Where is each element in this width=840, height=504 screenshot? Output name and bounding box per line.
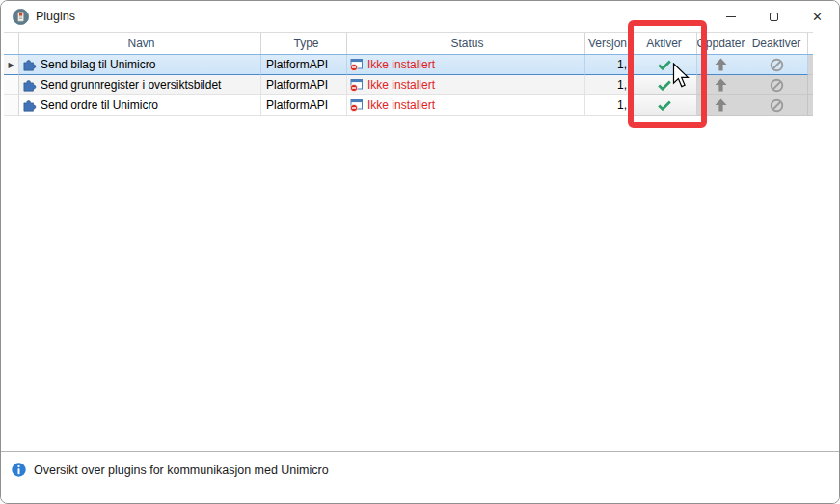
plugin-name: Send bilag til Unimicro [41, 58, 155, 71]
table-row[interactable]: Send ordre til Unimicro PlatformAPI Ikke… [4, 95, 813, 116]
circle-slash-icon [770, 58, 784, 72]
row-selector-cell[interactable]: ▶ [4, 55, 19, 75]
cell-type[interactable]: PlatformAPI [261, 95, 347, 116]
not-installed-icon [350, 78, 364, 92]
deaktiver-button-disabled[interactable] [745, 75, 808, 95]
plugin-name: Send grunnregister i oversiktsbildet [41, 78, 221, 92]
aktiver-button[interactable] [632, 75, 697, 95]
cell-type[interactable]: PlatformAPI [261, 75, 347, 95]
plugins-dialog: Plugins ✕ Navn Type Status Versjon Aktiv… [0, 0, 840, 504]
cell-navn[interactable]: Send bilag til Unimicro [19, 55, 261, 75]
plugin-name: Send ordre til Unimicro [41, 98, 158, 112]
cell-status[interactable]: Ikke installert [347, 75, 585, 95]
status-text: Ikke installert [367, 78, 435, 92]
table-row[interactable]: Send grunnregister i oversiktsbildet Pla… [4, 75, 813, 95]
cell-status[interactable]: Ikke installert [347, 95, 585, 116]
check-icon [658, 60, 671, 70]
aktiver-button[interactable] [632, 95, 697, 116]
oppdater-button-disabled[interactable] [697, 55, 745, 75]
table-row[interactable]: ▶ Send bilag til Unimicro PlatformAPI Ik… [4, 54, 813, 75]
cell-versjon[interactable]: 1, [585, 75, 632, 95]
not-installed-icon [350, 58, 364, 71]
row-filler [808, 75, 813, 95]
oppdater-button-disabled[interactable] [697, 95, 745, 116]
info-circle-icon [12, 463, 26, 477]
row-filler [808, 95, 813, 116]
column-header-versjon[interactable]: Versjon [585, 33, 632, 54]
arrow-up-icon [715, 78, 727, 92]
cell-navn[interactable]: Send grunnregister i oversiktsbildet [19, 75, 261, 95]
oppdater-button-disabled[interactable] [697, 75, 745, 95]
maximize-icon [770, 13, 778, 21]
cell-navn[interactable]: Send ordre til Unimicro [19, 95, 261, 116]
current-row-marker-icon: ▶ [8, 61, 14, 69]
caption-buttons: ✕ [709, 1, 839, 32]
cell-status[interactable]: Ikke installert [347, 55, 585, 75]
circle-slash-icon [770, 98, 784, 113]
minimize-button[interactable] [709, 1, 752, 32]
cell-type[interactable]: PlatformAPI [261, 55, 347, 75]
puzzle-piece-icon [22, 78, 37, 93]
arrow-up-icon [715, 58, 727, 71]
check-icon [658, 100, 671, 111]
not-installed-icon [350, 98, 364, 112]
grid-header-row: Navn Type Status Versjon Aktiver Oppdate… [4, 32, 813, 55]
close-button[interactable]: ✕ [796, 1, 839, 32]
row-filler [808, 55, 813, 75]
plugins-grid: Navn Type Status Versjon Aktiver Oppdate… [4, 32, 813, 116]
circle-slash-icon [770, 78, 784, 93]
check-icon [658, 80, 671, 91]
cell-versjon[interactable]: 1, [585, 55, 632, 75]
row-selector-cell[interactable] [4, 75, 19, 95]
maximize-button[interactable] [752, 1, 796, 32]
minimize-icon [726, 16, 736, 17]
header-row-selector [4, 33, 19, 54]
row-selector-cell[interactable] [4, 95, 19, 116]
status-bar: Oversikt over plugins for kommunikasjon … [1, 451, 839, 503]
close-icon: ✕ [812, 11, 823, 23]
title-bar[interactable]: Plugins ✕ [1, 1, 839, 32]
arrow-up-icon [715, 98, 727, 112]
column-header-status[interactable]: Status [347, 33, 585, 54]
app-icon [13, 9, 29, 25]
puzzle-piece-icon [22, 58, 37, 72]
column-header-deaktiver[interactable]: Deaktiver [745, 33, 808, 54]
column-header-type[interactable]: Type [261, 33, 347, 54]
status-text: Ikke installert [367, 98, 435, 112]
aktiver-button[interactable] [632, 55, 697, 75]
header-filler [808, 33, 813, 54]
cell-versjon[interactable]: 1, [585, 95, 632, 116]
column-header-oppdater[interactable]: Oppdater [697, 33, 745, 54]
column-header-navn[interactable]: Navn [19, 33, 261, 54]
puzzle-piece-icon [22, 98, 37, 113]
deaktiver-button-disabled[interactable] [745, 95, 808, 116]
window-title: Plugins [36, 10, 75, 23]
status-bar-text: Oversikt over plugins for kommunikasjon … [34, 464, 329, 477]
deaktiver-button-disabled[interactable] [745, 55, 808, 75]
column-header-aktiver[interactable]: Aktiver [632, 33, 697, 54]
status-text: Ikke installert [367, 58, 435, 71]
